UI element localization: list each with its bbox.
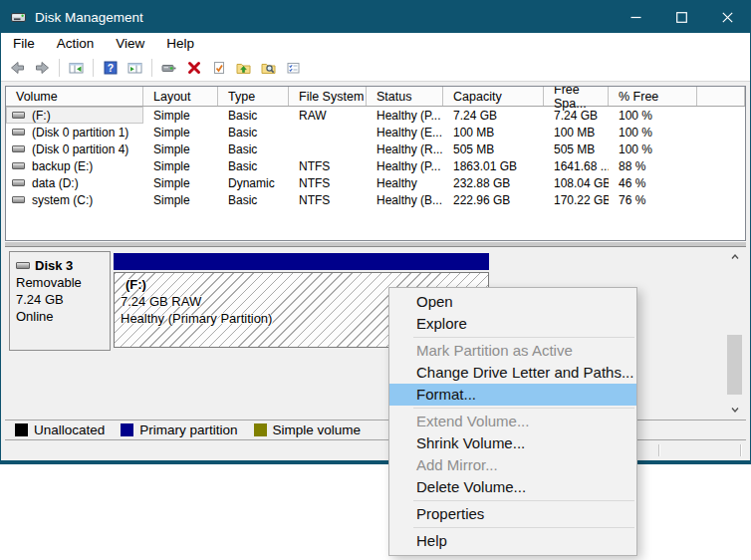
cell-pct-free: 100 % (609, 124, 697, 140)
menu-item-format[interactable]: Format... (389, 384, 636, 406)
maximize-icon (676, 12, 687, 23)
table-row[interactable]: (Disk 0 partition 4) Simple Basic Health… (6, 140, 745, 157)
partition-name: (F:) (125, 277, 146, 292)
table-row[interactable]: backup (E:) Simple Basic NTFS Healthy (P… (6, 157, 745, 174)
delete-volume-button[interactable] (181, 56, 206, 79)
column-header-file-system[interactable]: File System (289, 87, 367, 106)
menu-item-properties[interactable]: Properties (389, 503, 636, 525)
legend-simple-volume: Simple volume (254, 422, 362, 437)
menu-item-shrink-volume[interactable]: Shrink Volume... (389, 432, 636, 454)
maximize-button[interactable] (658, 1, 704, 33)
cell-type: Basic (218, 157, 289, 174)
explore-button[interactable] (256, 56, 281, 79)
close-button[interactable] (704, 1, 750, 33)
table-row[interactable]: (F:) Simple Basic RAW Healthy (P... 7.24… (6, 107, 745, 124)
menu-help[interactable]: Help (166, 36, 194, 51)
disk-name: Disk 3 (35, 257, 73, 274)
column-header-capacity[interactable]: Capacity (443, 87, 544, 106)
menu-separator (413, 337, 634, 338)
forward-icon (34, 60, 51, 76)
scroll-up-button[interactable] (726, 248, 743, 265)
menu-item-explore[interactable]: Explore (389, 313, 636, 335)
column-header-status[interactable]: Status (367, 87, 443, 106)
titlebar[interactable]: Disk Management (1, 1, 750, 33)
show-action-pane-button[interactable] (123, 56, 147, 79)
toolbar-separator (93, 59, 94, 77)
volume-name: (Disk 0 partition 4) (32, 142, 128, 156)
table-row[interactable]: data (D:) Simple Dynamic NTFS Healthy 23… (6, 174, 745, 191)
menu-view[interactable]: View (116, 36, 144, 51)
column-header-free-space[interactable]: Free Spa... (544, 87, 609, 106)
action-pane-icon (126, 60, 143, 76)
disk-status: Online (16, 308, 110, 325)
open-button[interactable] (231, 56, 256, 79)
column-header-layout[interactable]: Layout (143, 87, 218, 106)
menu-item-help[interactable]: Help (389, 530, 636, 552)
cell-free-space: 1641.68 ... (544, 157, 609, 174)
svg-text:?: ? (107, 62, 113, 74)
rescan-disks-button[interactable] (156, 56, 181, 79)
minimize-button[interactable] (613, 1, 658, 33)
menu-item-change-drive-letter[interactable]: Change Drive Letter and Paths... (389, 362, 636, 384)
close-icon (722, 12, 733, 23)
cell-status: Healthy (P... (367, 107, 443, 124)
menu-file[interactable]: File (13, 36, 35, 51)
menu-action[interactable]: Action (57, 36, 95, 51)
cell-layout: Simple (143, 107, 218, 124)
column-header-volume[interactable]: Volume (6, 87, 143, 106)
console-tree-icon (68, 60, 85, 76)
mark-active-icon (211, 60, 227, 76)
cell-type: Basic (218, 191, 289, 208)
partition-color-band (114, 253, 489, 270)
column-header-type[interactable]: Type (218, 87, 289, 106)
mark-active-button[interactable] (206, 56, 231, 79)
cell-layout: Simple (143, 157, 218, 174)
back-button[interactable] (5, 56, 30, 79)
cell-capacity: 7.24 GB (443, 107, 544, 124)
menu-separator (413, 408, 634, 409)
legend-label: Unallocated (34, 422, 105, 437)
properties-button[interactable] (281, 56, 306, 79)
menu-item-open[interactable]: Open (389, 291, 636, 313)
cell-status: Healthy (P... (367, 157, 443, 174)
cell-file-system: NTFS (289, 174, 367, 191)
toolbar: ? (1, 54, 750, 82)
cell-file-system (289, 140, 367, 157)
disk-drive-icon (10, 9, 27, 25)
scrollbar-thumb[interactable] (727, 335, 742, 395)
cell-file-system: NTFS (289, 157, 367, 174)
open-folder-icon (235, 60, 252, 76)
statusbar-divider (740, 444, 742, 456)
forward-button[interactable] (30, 56, 55, 79)
cell-pct-free: 100 % (609, 107, 697, 124)
back-icon (9, 60, 26, 76)
menu-item-delete-volume[interactable]: Delete Volume... (389, 476, 636, 498)
help-button[interactable]: ? (98, 56, 123, 79)
menu-separator (413, 500, 634, 501)
pane-splitter[interactable] (5, 241, 746, 247)
table-row[interactable]: system (C:) Simple Basic NTFS Healthy (B… (6, 191, 745, 208)
cell-status: Healthy (E... (367, 124, 443, 140)
cell-layout: Simple (143, 174, 218, 191)
menu-item-mark-partition-active: Mark Partition as Active (389, 340, 636, 362)
statusbar-divider (658, 444, 660, 456)
table-row[interactable]: (Disk 0 partition 1) Simple Basic Health… (6, 124, 745, 140)
cell-pct-free: 46 % (609, 174, 697, 191)
toolbar-separator (59, 59, 60, 77)
simple-volume-swatch (254, 423, 267, 436)
primary-partition-swatch (121, 423, 133, 436)
show-console-tree-button[interactable] (64, 56, 89, 79)
menu-separator (413, 527, 634, 528)
cell-type: Basic (218, 124, 289, 140)
disk3-label-box[interactable]: Disk 3 Removable 7.24 GB Online (9, 251, 111, 351)
scroll-down-button[interactable] (726, 401, 743, 418)
cell-status: Healthy (367, 174, 443, 191)
cell-capacity: 505 MB (443, 140, 544, 157)
cell-free-space: 108.04 GB (544, 174, 609, 191)
cell-file-system: NTFS (289, 191, 367, 208)
vertical-scrollbar[interactable] (726, 248, 743, 418)
unallocated-swatch (15, 423, 28, 436)
column-header-pct-free[interactable]: % Free (609, 87, 697, 106)
properties-list-icon (285, 60, 302, 76)
cell-capacity: 100 MB (443, 124, 544, 140)
